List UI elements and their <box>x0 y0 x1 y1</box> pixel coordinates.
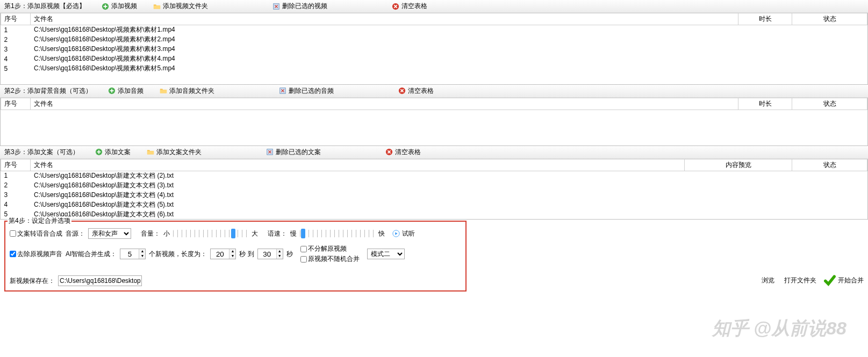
speed-slider[interactable] <box>300 230 375 237</box>
col-name[interactable]: 文件名 <box>31 13 738 25</box>
col-status[interactable]: 状态 <box>792 98 867 110</box>
folder-icon <box>147 148 154 156</box>
clear-icon <box>398 87 406 94</box>
open-folder-button[interactable]: 打开文件夹 <box>782 276 819 285</box>
video-table: 序号 文件名 时长 状态 1C:\Users\gq168168\Desktop\… <box>0 13 868 85</box>
no-random-checkbox[interactable]: 原视频不随机合并 <box>300 254 360 264</box>
step2-label: 第2步：添加背景音频（可选） <box>4 86 92 96</box>
volume-slider[interactable] <box>173 230 248 237</box>
mode-select[interactable]: 模式二 <box>367 249 405 259</box>
step2-toolbar: 第2步：添加背景音频（可选） 添加音频 添加音频文件夹 删除已选的音频 清空表格 <box>0 85 868 98</box>
step1-label: 第1步：添加原视频【必选】 <box>4 2 85 11</box>
col-status[interactable]: 状态 <box>792 13 867 25</box>
save-label: 新视频保存在： <box>10 276 55 286</box>
delete-icon <box>272 3 280 10</box>
folder-icon <box>153 3 161 10</box>
speed-label: 语速： <box>268 229 287 238</box>
col-name[interactable]: 文件名 <box>31 159 685 171</box>
clear-icon <box>385 148 393 156</box>
step3-toolbar: 第3步：添加文案（可选） 添加文案 添加文案文件夹 删除已选的文案 清空表格 <box>0 146 868 159</box>
mute-original-checkbox[interactable]: 去除原视频声音 <box>10 250 62 259</box>
audio-table: 序号 文件名 时长 状态 <box>0 98 868 146</box>
add-icon <box>95 148 103 156</box>
add-video-folder-button[interactable]: 添加视频文件夹 <box>153 2 208 11</box>
table-row[interactable]: 2C:\Users\gq168168\Desktop\新建文本文档 (3).tx… <box>1 180 867 190</box>
add-audio-button[interactable]: 添加音频 <box>108 86 144 96</box>
length-from-stepper[interactable]: ▲▼ <box>210 249 236 259</box>
length-to-stepper[interactable]: ▲▼ <box>257 249 283 259</box>
add-text-folder-button[interactable]: 添加文案文件夹 <box>147 148 202 157</box>
delete-video-button[interactable]: 删除已选的视频 <box>272 2 327 11</box>
table-row[interactable]: 4C:\Users\gq168168\Desktop\新建文本文档 (5).tx… <box>1 200 867 209</box>
add-video-button[interactable]: 添加视频 <box>102 2 137 11</box>
table-row[interactable]: 3C:\Users\gq168168\Desktop\新建文本文档 (4).tx… <box>1 190 867 200</box>
table-row[interactable]: 5C:\Users\gq168168\Desktop\新建文本文档 (6).tx… <box>1 209 867 219</box>
col-preview[interactable]: 内容预览 <box>685 159 792 171</box>
try-listen-button[interactable]: 试听 <box>392 229 415 238</box>
volume-label: 音量： <box>141 229 160 238</box>
col-status[interactable]: 状态 <box>792 159 867 171</box>
table-row[interactable]: 2C:\Users\gq168168\Desktop\视频素材\素材2.mp4 <box>1 35 867 45</box>
step4-title: 第4步：设定合并选项 <box>8 216 71 225</box>
delete-audio-button[interactable]: 删除已选的音频 <box>279 86 334 96</box>
voice-select[interactable]: 亲和女声 <box>88 228 131 239</box>
col-no[interactable]: 序号 <box>1 13 31 25</box>
add-icon <box>108 87 116 94</box>
col-duration[interactable]: 时长 <box>738 13 792 25</box>
step3-label: 第3步：添加文案（可选） <box>4 148 79 157</box>
save-path-input[interactable] <box>58 275 142 286</box>
delete-text-button[interactable]: 删除已选的文案 <box>266 148 321 157</box>
table-row[interactable]: 1C:\Users\gq168168\Desktop\视频素材\素材1.mp4 <box>1 25 867 35</box>
col-name[interactable]: 文件名 <box>31 98 738 110</box>
count-stepper[interactable]: ▲▼ <box>120 249 146 259</box>
clear-video-button[interactable]: 清空表格 <box>392 2 427 11</box>
delete-icon <box>266 148 274 156</box>
col-no[interactable]: 序号 <box>1 159 31 171</box>
ai-gen-label: AI智能合并生成： <box>66 250 117 259</box>
tts-checkbox[interactable]: 文案转语音合成 <box>10 229 62 238</box>
table-row[interactable]: 4C:\Users\gq168168\Desktop\视频素材\素材4.mp4 <box>1 54 867 64</box>
table-row[interactable]: 5C:\Users\gq168168\Desktop\视频素材\素材5.mp4 <box>1 64 867 74</box>
folder-icon <box>160 87 167 94</box>
add-audio-folder-button[interactable]: 添加音频文件夹 <box>160 86 214 96</box>
col-duration[interactable]: 时长 <box>738 98 792 110</box>
play-icon <box>392 230 400 237</box>
start-merge-button[interactable]: 开始合并 <box>824 274 864 286</box>
clear-text-button[interactable]: 清空表格 <box>385 148 421 157</box>
browse-button[interactable]: 浏览 <box>759 276 777 285</box>
col-no[interactable]: 序号 <box>1 98 31 110</box>
delete-icon <box>279 87 286 94</box>
clear-icon <box>392 3 399 10</box>
text-table: 序号 文件名 内容预览 状态 1C:\Users\gq168168\Deskto… <box>0 159 868 220</box>
add-text-button[interactable]: 添加文案 <box>95 148 131 157</box>
add-icon <box>102 3 109 10</box>
no-split-checkbox[interactable]: 不分解原视频 <box>300 244 360 253</box>
table-row[interactable]: 3C:\Users\gq168168\Desktop\视频素材\素材3.mp4 <box>1 45 867 54</box>
step1-toolbar: 第1步：添加原视频【必选】 添加视频 添加视频文件夹 删除已选的视频 清空表格 <box>0 0 868 13</box>
clear-audio-button[interactable]: 清空表格 <box>398 86 434 96</box>
voice-label: 音源： <box>66 229 85 238</box>
check-icon <box>824 274 836 286</box>
table-row[interactable]: 1C:\Users\gq168168\Desktop\新建文本文档 (2).tx… <box>1 171 867 180</box>
step4-panel: 第4步：设定合并选项 文案转语音合成 音源： 亲和女声 音量： 小 大 语速： … <box>4 221 467 292</box>
